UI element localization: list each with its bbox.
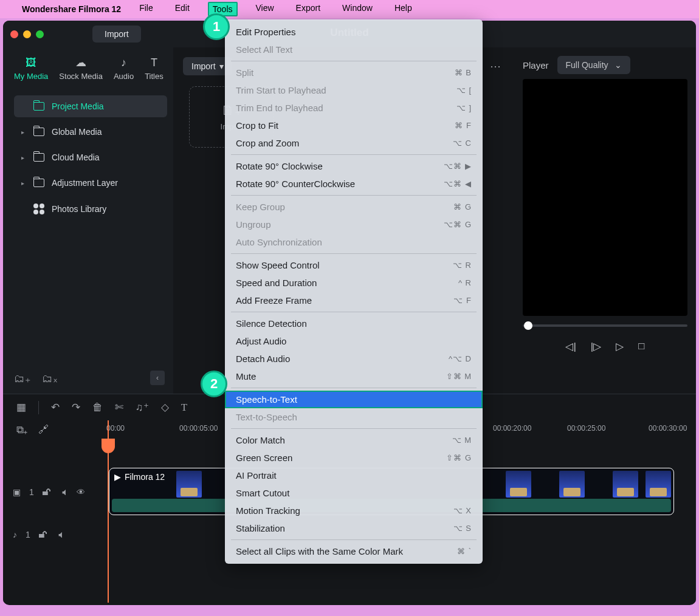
menu-item-stabilization[interactable]: Stabilization⌥ S xyxy=(225,519,483,537)
sidebar-item-adjustment-layer[interactable]: ▸Adjustment Layer xyxy=(14,172,167,194)
shortcut: ⌥ ] xyxy=(456,103,472,112)
collapse-sidebar-button[interactable]: ‹ xyxy=(150,371,165,385)
preview-scrubber[interactable] xyxy=(523,324,687,327)
video-track-icon: ▣ xyxy=(13,487,21,497)
tab-stock-media[interactable]: ☁Stock Media xyxy=(59,56,103,81)
sidebar-item-photos-library[interactable]: Photos Library xyxy=(14,197,167,221)
folder-icon xyxy=(33,102,44,111)
menu-item-add-freeze-frame[interactable]: Add Freeze Frame⌥ F xyxy=(225,292,483,309)
clip-thumbnail xyxy=(506,471,531,498)
visibility-icon[interactable]: 👁︎ xyxy=(77,487,85,497)
music-icon[interactable]: ♫⁺ xyxy=(136,401,149,414)
import-button[interactable]: Import xyxy=(92,26,141,43)
menu-item-rotate-90-clockwise[interactable]: Rotate 90° Clockwise⌥⌘ ▶ xyxy=(225,157,483,175)
ruler-label: 00:00:20:00 xyxy=(493,424,531,433)
video-preview[interactable] xyxy=(523,79,687,316)
delete-folder-icon[interactable]: 🗂︎ₓ xyxy=(42,372,58,385)
shortcut: ⌥⌘ ▶ xyxy=(444,162,472,171)
menu-item-speech-to-text[interactable]: Speech-to-Text xyxy=(225,391,483,408)
shortcut: ⌘ G xyxy=(453,202,472,211)
prev-frame-icon[interactable]: ◁| xyxy=(565,340,576,353)
menu-item-green-screen[interactable]: Green Screen⇧⌘ G xyxy=(225,449,483,467)
quality-dropdown[interactable]: Full Quality⌄ xyxy=(557,56,630,74)
link-icon[interactable]: 🔗︎ xyxy=(38,424,49,436)
mute-icon[interactable]: 🔈︎ xyxy=(60,487,68,497)
folder-icon xyxy=(33,179,44,187)
shortcut: ⇧⌘ M xyxy=(446,372,472,381)
titles-icon: T xyxy=(147,56,160,69)
close-icon[interactable] xyxy=(10,30,18,38)
menu-item-detach-audio[interactable]: Detach Audio^⌥ D xyxy=(225,350,483,368)
chevron-right-icon: ▸ xyxy=(21,180,26,187)
stock-icon: ☁ xyxy=(74,56,88,69)
tag-icon[interactable]: ◇ xyxy=(161,401,169,414)
tab-audio[interactable]: ♪Audio xyxy=(114,56,134,81)
shortcut: ⌘ B xyxy=(455,68,472,77)
play-icon[interactable]: ▷ xyxy=(616,340,624,353)
menu-item-crop-to-fit[interactable]: Crop to Fit⌘ F xyxy=(225,117,483,134)
minimize-icon[interactable] xyxy=(23,30,31,38)
menu-item-keep-group: Keep Group⌘ G xyxy=(225,198,483,216)
step-back-icon[interactable]: |▷ xyxy=(591,340,601,353)
sidebar-item-project-media[interactable]: Project Media xyxy=(14,95,167,117)
shortcut: ⌥ R xyxy=(453,261,472,270)
stop-icon[interactable]: □ xyxy=(638,340,644,353)
menu-item-silence-detection[interactable]: Silence Detection xyxy=(225,315,483,332)
menu-item-edit-properties[interactable]: Edit Properties xyxy=(225,23,483,41)
menu-item-rotate-90-counterclockwise[interactable]: Rotate 90° CounterClockwise⌥⌘ ◀ xyxy=(225,175,483,193)
scrubber-handle[interactable] xyxy=(524,321,532,330)
sidebar-item-global-media[interactable]: ▸Global Media xyxy=(14,121,167,143)
more-icon[interactable]: ⋯ xyxy=(490,60,501,73)
text-icon[interactable]: T xyxy=(181,402,187,414)
shortcut: ⌥⌘ ◀ xyxy=(444,179,472,188)
menu-item-smart-cutout[interactable]: Smart Cutout xyxy=(225,484,483,502)
audio-track-icon: ♪ xyxy=(13,530,17,539)
menu-item-ai-portrait[interactable]: AI Portrait xyxy=(225,467,483,484)
redo-icon[interactable]: ↷ xyxy=(72,401,80,414)
fullscreen-icon[interactable] xyxy=(36,30,44,38)
tab-titles[interactable]: TTitles xyxy=(145,56,164,81)
new-folder-icon[interactable]: 🗂︎₊ xyxy=(14,372,31,385)
audio-icon: ♪ xyxy=(117,56,131,69)
undo-icon[interactable]: ↶ xyxy=(51,401,60,414)
add-track-icon[interactable]: ⧉₊ xyxy=(16,424,27,436)
grid-icon[interactable]: ▦ xyxy=(16,401,26,414)
grid-icon xyxy=(33,204,44,214)
menu-view[interactable]: View xyxy=(252,2,278,16)
menu-file[interactable]: File xyxy=(136,2,157,16)
menu-item-crop-and-zoom[interactable]: Crop and Zoom⌥ C xyxy=(225,134,483,152)
play-icon: ▶ xyxy=(114,472,121,482)
lock-icon[interactable]: 🔓︎ xyxy=(39,530,47,539)
menu-item-trim-start-to-playhead: Trim Start to Playhead⌥ [ xyxy=(225,81,483,99)
folder-icon xyxy=(33,153,44,162)
shortcut: ⌥ [ xyxy=(456,86,472,95)
menu-item-color-match[interactable]: Color Match⌥ M xyxy=(225,431,483,449)
menu-item-adjust-audio[interactable]: Adjust Audio xyxy=(225,332,483,350)
tools-menu: Edit PropertiesSelect All TextSplit⌘ BTr… xyxy=(225,19,483,564)
menu-item-select-all-clips-with-the-same-color-mark[interactable]: Select all Clips with the Same Color Mar… xyxy=(225,542,483,560)
player-panel: Player Full Quality⌄ ◁| |▷ ▷ □ xyxy=(511,47,696,394)
video-track-number: 1 xyxy=(29,487,34,497)
delete-icon[interactable]: 🗑︎ xyxy=(92,402,103,414)
chevron-right-icon: ▸ xyxy=(21,129,26,135)
menu-item-trim-end-to-playhead: Trim End to Playhead⌥ ] xyxy=(225,99,483,117)
menu-help[interactable]: Help xyxy=(391,2,416,16)
menu-export[interactable]: Export xyxy=(292,2,324,16)
lock-icon[interactable]: 🔓︎ xyxy=(43,487,51,497)
shortcut: ⌘ F xyxy=(455,121,472,130)
shortcut: ^ R xyxy=(458,278,472,287)
menu-item-select-all-text: Select All Text xyxy=(225,41,483,58)
menu-item-ungroup: Ungroup⌥⌘ G xyxy=(225,216,483,233)
tab-my-media[interactable]: 🖼My Media xyxy=(14,56,48,81)
media-icon: 🖼 xyxy=(24,56,38,69)
cut-icon[interactable]: ✄ xyxy=(115,401,123,414)
menu-item-motion-tracking[interactable]: Motion Tracking⌥ X xyxy=(225,502,483,519)
menu-edit[interactable]: Edit xyxy=(171,2,193,16)
menu-item-mute[interactable]: Mute⇧⌘ M xyxy=(225,368,483,385)
sidebar-item-cloud-media[interactable]: ▸Cloud Media xyxy=(14,146,167,168)
menu-item-show-speed-control[interactable]: Show Speed Control⌥ R xyxy=(225,256,483,274)
shortcut: ⌘ ` xyxy=(457,547,472,556)
menu-window[interactable]: Window xyxy=(339,2,376,16)
mute-icon[interactable]: 🔈︎ xyxy=(56,530,64,539)
menu-item-speed-and-duration[interactable]: Speed and Duration^ R xyxy=(225,274,483,292)
